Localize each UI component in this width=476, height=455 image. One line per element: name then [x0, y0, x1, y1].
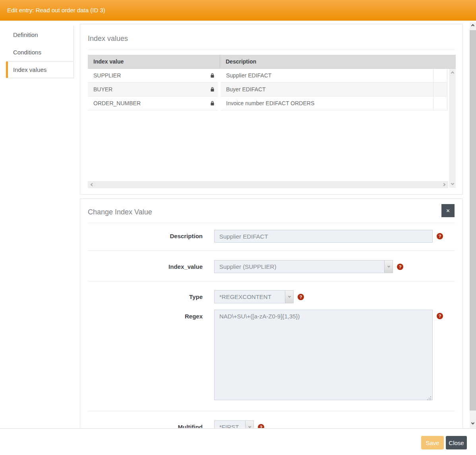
close-icon: ✕	[446, 208, 450, 214]
select-arrow	[245, 421, 253, 428]
close-button[interactable]: Close	[446, 436, 467, 449]
chevron-up-icon	[451, 71, 454, 75]
scroll-down-button[interactable]	[449, 180, 456, 187]
selected-value: *FIRST	[215, 424, 239, 428]
sidebar-item-index-values[interactable]: Index values	[6, 61, 74, 78]
chevron-down-icon	[451, 182, 454, 185]
change-index-value-panel: Change Index Value ✕ Description ? Index…	[80, 199, 463, 428]
chevron-down-icon	[471, 421, 474, 424]
sidebar-item-label: Conditions	[13, 49, 41, 56]
chevron-right-icon	[442, 183, 445, 186]
app-header: Edit entry: Read out order data (ID 3)	[0, 0, 476, 21]
footer-bar: Save Close	[0, 428, 476, 455]
empty-cell	[433, 69, 447, 83]
chevron-left-icon	[91, 183, 94, 186]
table-row[interactable]: SUPPLIER Supplier EDIFACT	[88, 69, 456, 83]
description-cell: Invoice number EDIFACT ORDERS	[221, 96, 433, 110]
help-icon[interactable]: ?	[397, 264, 403, 270]
field-label: Index_value	[88, 260, 203, 273]
index-value-cell: BUYER	[93, 86, 112, 93]
type-select[interactable]: *REGEXCONTENT	[214, 290, 294, 303]
page-scroll-up-button[interactable]	[470, 22, 476, 29]
select-arrow	[285, 291, 293, 303]
table-row[interactable]: BUYER Buyer EDIFACT	[88, 83, 456, 96]
index-values-table: Index value Description SUPPLIER Supplie…	[88, 55, 456, 188]
form-row-multifind: Multifind *FIRST ?	[88, 411, 455, 428]
chevron-down-icon	[387, 265, 390, 268]
lock-icon	[210, 87, 215, 92]
column-header-index-value: Index value	[88, 55, 220, 68]
sidebar-item-label: Index values	[13, 66, 46, 73]
resize-handle[interactable]	[430, 399, 431, 400]
form-row-regex: Regex NAD\+SU\+([a-zA-Z0-9]{1,35}) ?	[88, 303, 455, 411]
form-row-description: Description ?	[88, 223, 455, 251]
table-header-row: Index value Description	[88, 55, 456, 69]
active-indicator	[6, 62, 8, 78]
sidebar-item-label: Definition	[13, 31, 38, 38]
scroll-up-button[interactable]	[449, 69, 456, 77]
help-icon[interactable]: ?	[258, 424, 264, 428]
panel-header: Index values	[88, 24, 455, 50]
lock-icon	[210, 73, 215, 78]
select-arrow	[384, 260, 393, 273]
page-scroll-down-button[interactable]	[470, 419, 476, 426]
sidebar-item-conditions[interactable]: Conditions	[6, 44, 74, 61]
index-value-select[interactable]: Supplier (SUPPLIER)	[214, 260, 393, 273]
panel-title: Change Index Value	[88, 208, 152, 216]
regex-textarea[interactable]: NAD\+SU\+([a-zA-Z0-9]{1,35})	[214, 310, 433, 400]
table-row[interactable]: ORDER_NUMBER Invoice number EDIFACT ORDE…	[88, 96, 456, 110]
panel-header: Change Index Value	[88, 199, 455, 223]
page-title: Edit entry: Read out order data (ID 3)	[7, 7, 105, 13]
empty-cell	[433, 83, 447, 96]
panel-close-button[interactable]: ✕	[441, 204, 455, 217]
form-row-index-value: Index_value Supplier (SUPPLIER) ?	[88, 251, 455, 281]
index-value-cell: ORDER_NUMBER	[93, 100, 141, 106]
panel-title: Index values	[88, 35, 128, 42]
save-button[interactable]: Save	[421, 436, 444, 449]
table-horizontal-scrollbar[interactable]	[88, 181, 448, 188]
scroll-left-button[interactable]	[89, 181, 96, 188]
field-label: Type	[88, 290, 203, 303]
help-icon[interactable]: ?	[298, 294, 304, 300]
field-label: Regex	[88, 310, 203, 402]
field-label: Multifind	[88, 420, 203, 428]
chevron-up-icon	[471, 24, 474, 27]
table-vertical-scrollbar[interactable]	[449, 69, 456, 188]
help-icon[interactable]: ?	[437, 313, 443, 319]
index-values-panel: Index values Index value Description SUP…	[80, 24, 463, 195]
page-scrollbar-thumb[interactable]	[470, 30, 476, 411]
selected-value: *REGEXCONTENT	[215, 293, 271, 300]
chevron-down-icon	[248, 425, 251, 428]
description-cell: Supplier EDIFACT	[221, 69, 433, 83]
multifind-select[interactable]: *FIRST	[214, 420, 254, 428]
selected-value: Supplier (SUPPLIER)	[215, 263, 276, 270]
column-header-description: Description	[220, 55, 456, 68]
chevron-down-icon	[288, 295, 290, 298]
sidebar-nav: Definition Conditions Index values	[6, 26, 74, 78]
field-label: Description	[88, 230, 203, 243]
empty-cell	[433, 96, 447, 110]
scroll-right-button[interactable]	[440, 181, 447, 188]
lock-icon	[210, 100, 215, 106]
form-row-type: Type *REGEXCONTENT ?	[88, 281, 455, 303]
sidebar-item-definition[interactable]: Definition	[6, 26, 74, 44]
index-value-cell: SUPPLIER	[93, 72, 121, 79]
help-icon[interactable]: ?	[437, 233, 443, 239]
description-input[interactable]	[214, 230, 433, 243]
page-scrollbar[interactable]	[470, 22, 476, 428]
description-cell: Buyer EDIFACT	[221, 83, 433, 96]
